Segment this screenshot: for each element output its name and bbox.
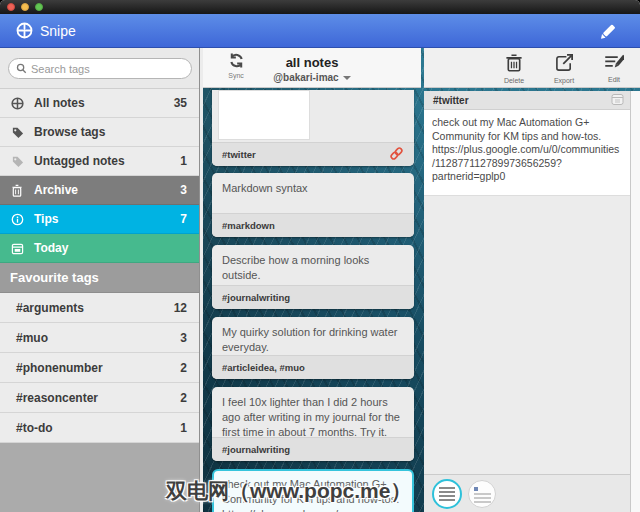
tag-count: 1 xyxy=(180,421,187,435)
sidebar-item-count: 3 xyxy=(180,183,187,197)
app-header: Snipe xyxy=(0,14,640,48)
sidebar-item-label: Untagged notes xyxy=(34,154,125,168)
note-card-twitter-image[interactable]: #twitter xyxy=(212,90,414,166)
sidebar-item-today[interactable]: Today xyxy=(0,234,199,263)
sidebar-item-label: Tips xyxy=(34,212,58,226)
note-tag-footer: #journalwriting xyxy=(212,437,414,461)
sidebar-item-untagged-notes[interactable]: Untagged notes 1 xyxy=(0,147,199,176)
window-title-bar xyxy=(0,0,640,14)
chevron-down-icon xyxy=(343,76,351,80)
favourite-tag-muo[interactable]: #muo 3 xyxy=(0,323,199,353)
tag-count: 2 xyxy=(180,361,187,375)
note-image-thumbnail xyxy=(218,90,310,140)
export-button[interactable]: Export xyxy=(546,53,582,84)
favourite-tag-arguments[interactable]: #arguments 12 xyxy=(0,293,199,323)
sidebar-item-count: 7 xyxy=(180,212,187,226)
note-tag-footer: #articleidea, #muo xyxy=(212,355,414,379)
search-input[interactable]: Search tags xyxy=(8,58,192,79)
note-tag: #markdown xyxy=(222,220,275,231)
detail-tag: #twitter xyxy=(433,95,469,106)
note-card-markdown[interactable]: Markdown syntax #markdown xyxy=(212,173,414,237)
detail-note-content[interactable]: check out my Mac Automation G+ Community… xyxy=(424,110,630,196)
tag-icon xyxy=(10,125,24,139)
note-card-morning[interactable]: Describe how a morning looks outside. #j… xyxy=(212,245,414,309)
detail-toolbar: Delete Export Edit xyxy=(424,48,640,88)
app-window: Snipe Search tags xyxy=(0,0,640,512)
tag-count: 2 xyxy=(180,391,187,405)
sidebar-item-label: All notes xyxy=(34,96,85,110)
notes-list: #twitter Markdown syntax #markdown Descr… xyxy=(203,88,421,512)
sidebar-item-all-notes[interactable]: All notes 35 xyxy=(0,89,199,118)
favourite-tags-title: Favourite tags xyxy=(10,270,99,285)
snipe-logo-icon xyxy=(16,22,33,43)
note-tag-footer: #twitter xyxy=(212,142,414,166)
edit-button[interactable]: Edit xyxy=(596,53,632,83)
tag-outline-icon xyxy=(10,154,24,168)
zoom-button[interactable] xyxy=(35,3,43,11)
sidebar-item-label: Browse tags xyxy=(34,125,105,139)
text-view-button[interactable] xyxy=(432,479,462,509)
notes-list-header: Sync all notes @bakari-imac xyxy=(203,48,421,88)
edit-icon xyxy=(604,53,624,71)
app-title: Snipe xyxy=(40,23,76,39)
sidebar-item-archive[interactable]: Archive 3 xyxy=(0,176,199,205)
preview-view-button[interactable] xyxy=(468,480,496,508)
sidebar-item-label: Archive xyxy=(34,183,78,197)
export-label: Export xyxy=(546,77,582,84)
favourite-tags-header: Favourite tags xyxy=(0,263,199,293)
search-area: Search tags xyxy=(0,48,199,89)
tag-label: #reasoncenter xyxy=(16,391,98,405)
notes-list-title: all notes xyxy=(203,55,421,70)
search-placeholder: Search tags xyxy=(31,63,90,75)
sidebar-item-browse-tags[interactable]: Browse tags xyxy=(0,118,199,147)
tag-label: #arguments xyxy=(16,301,84,315)
tag-label: #muo xyxy=(16,331,48,345)
tag-count: 3 xyxy=(180,331,187,345)
view-toggle-bar xyxy=(424,474,630,512)
detail-tag-row: #twitter xyxy=(424,91,630,110)
edit-label: Edit xyxy=(596,76,632,83)
note-tag: #articleidea, #muo xyxy=(222,362,305,373)
minimize-button[interactable] xyxy=(21,3,29,11)
note-body: Markdown syntax xyxy=(212,173,414,204)
delete-button[interactable]: Delete xyxy=(496,53,532,84)
note-tag: #twitter xyxy=(222,149,256,160)
note-tag-footer: #journalwriting xyxy=(212,285,414,309)
search-icon xyxy=(16,63,27,74)
globe-icon xyxy=(10,96,24,110)
watermark: 双电网（www.popc.me） xyxy=(166,477,411,505)
detail-panel: #twitter check out my Mac Automation G+ … xyxy=(424,91,640,512)
note-tag-footer: #markdown xyxy=(212,213,414,237)
sidebar-item-label: Today xyxy=(34,241,68,255)
trash-icon xyxy=(10,183,24,197)
calendar-badge-icon[interactable] xyxy=(611,93,624,108)
trash-icon xyxy=(505,53,523,72)
favourite-tag-phonenumber[interactable]: #phonenumber 2 xyxy=(0,353,199,383)
sidebar: Search tags All notes 35 Browse tags xyxy=(0,48,200,512)
favourite-tag-reasoncenter[interactable]: #reasoncenter 2 xyxy=(0,383,199,413)
tag-label: #to-do xyxy=(16,421,53,435)
tag-count: 12 xyxy=(174,301,187,315)
sidebar-item-count: 35 xyxy=(174,96,187,110)
account-selector[interactable]: @bakari-imac xyxy=(203,72,421,83)
sidebar-item-tips[interactable]: Tips 7 xyxy=(0,205,199,234)
tag-label: #phonenumber xyxy=(16,361,103,375)
scrollbar-track[interactable] xyxy=(630,91,640,512)
note-card-journal[interactable]: I feel 10x lighter than I did 2 hours ag… xyxy=(212,387,414,461)
sidebar-item-count: 1 xyxy=(180,154,187,168)
note-card-water[interactable]: My quirky solution for drinking water ev… xyxy=(212,317,414,379)
note-tag: #journalwriting xyxy=(222,444,290,455)
favourite-tag-to-do[interactable]: #to-do 1 xyxy=(0,413,199,443)
export-icon xyxy=(555,53,574,72)
link-icon[interactable] xyxy=(389,146,404,163)
note-tag: #journalwriting xyxy=(222,292,290,303)
delete-label: Delete xyxy=(496,77,532,84)
calendar-icon xyxy=(10,241,24,255)
compose-pencil-icon[interactable] xyxy=(596,21,618,43)
account-name: @bakari-imac xyxy=(273,72,338,83)
close-button[interactable] xyxy=(7,3,15,11)
info-icon xyxy=(10,212,24,226)
